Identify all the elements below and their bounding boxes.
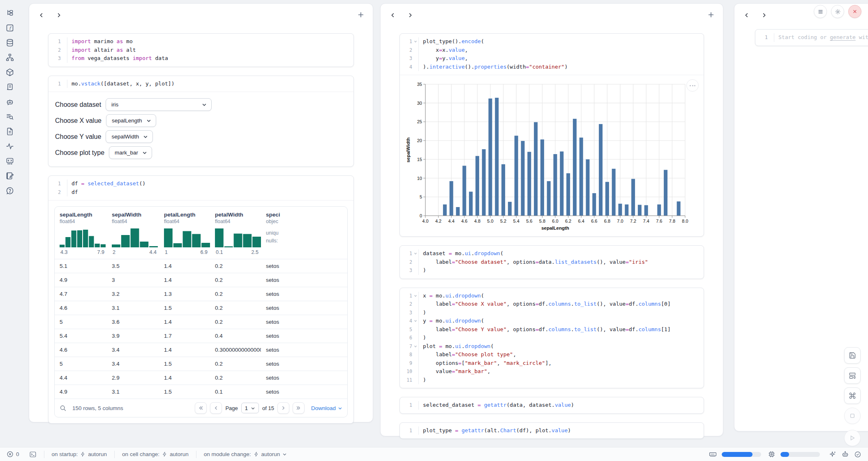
fold-chevron-icon[interactable] [412,342,418,351]
code-editor[interactable]: 1dataset = mo.ui.dropdown(2 label="Choos… [400,246,704,279]
dropdown-select[interactable]: iris [106,98,212,111]
help-circle-icon[interactable] [6,187,14,195]
code-editor[interactable]: 1plot_type = getattr(alt.Chart(df), plot… [400,423,704,439]
chevron-down-icon [146,118,151,123]
page-select[interactable]: 1 [241,403,259,413]
network-icon[interactable] [6,53,14,62]
table-column-header[interactable]: speciobjecuniqunulls: [261,207,347,259]
panel-forward-button[interactable] [407,12,413,18]
code-editor[interactable]: 1 Start coding or generate with [755,30,868,46]
line-number: 3 [400,309,412,317]
panel-back-button[interactable] [390,12,396,18]
fold-chevron-icon[interactable] [412,292,418,300]
stop-button[interactable] [844,408,861,424]
code-line: 2 x=x.value, [400,46,704,55]
code-line: 7plot = mo.ui.dropdown( [400,342,704,351]
panel-forward-button[interactable] [761,12,767,18]
panel-forward-button[interactable] [55,12,62,18]
code-editor[interactable]: 1selected_dataset = getattr(data, datase… [400,397,704,413]
fold-spacer [412,367,418,376]
on-cell-change-setting[interactable]: on cell change: autorun [122,451,189,457]
table-cell: setos [261,305,347,311]
layout-button[interactable] [844,367,861,384]
code-editor[interactable]: 1mo.vstack([dataset, x, y, plot]) [48,76,353,92]
chat-assistant-button[interactable] [841,450,849,458]
menu-button[interactable] [814,5,827,18]
dropdown-select[interactable]: mark_bar [109,146,152,159]
svg-text:0: 0 [420,213,422,218]
settings-gear-button[interactable] [831,5,844,18]
table-column-header[interactable]: petalWidthfloat640.12.5 [210,207,261,259]
fold-chevron-icon[interactable] [412,37,418,46]
dropdown-select[interactable]: sepalWidth [106,130,153,143]
fold-spacer [412,376,418,385]
package-icon[interactable] [6,68,14,76]
on-startup-setting[interactable]: on startup: autorun [52,451,107,457]
dropdown-value: iris [111,101,118,108]
table-cell: 4.6 [55,305,107,311]
dropdown-select[interactable]: sepalLength [106,114,156,127]
fold-chevron-icon[interactable] [412,317,418,325]
notebook-column-left: 1import marimo as mo2import altair as al… [29,3,373,422]
file-tree-icon[interactable] [6,9,14,17]
activity-icon[interactable] [6,142,14,150]
code-line: 2df [48,188,353,197]
document-icon[interactable] [6,127,14,136]
first-page-button[interactable] [195,402,207,414]
table-row: 4.931.40.2setos [55,273,347,287]
bolt-icon [80,452,85,457]
code-editor[interactable]: 1plot_type().encode(2 x=x.value,3 y=y.va… [400,34,704,75]
connection-status-icon[interactable] [854,451,861,458]
fold-chevron-icon[interactable] [412,249,418,258]
column-histogram [215,228,261,247]
code-editor[interactable]: 1df = selected_dataset()2df [48,176,353,200]
command-palette-button[interactable] [844,387,861,404]
cell-xy-dropdowns: 1x = mo.ui.dropdown(2 label="Choose X va… [399,288,704,389]
terminal-button[interactable] [29,451,37,458]
shutdown-button[interactable] [848,5,861,18]
function-square-icon[interactable]: f [6,24,14,32]
run-button[interactable] [844,430,861,446]
panel-back-button[interactable] [743,12,750,18]
ai-sparkles-button[interactable] [829,451,836,458]
add-cell-button[interactable] [357,11,365,18]
dropdown-value: sepalWidth [111,134,139,140]
cell-dataframe: 1df = selected_dataset()2df sepalLengthf… [48,175,354,424]
code-editor[interactable]: 1x = mo.ui.dropdown(2 label="Choose X va… [400,288,704,388]
prev-page-button[interactable] [210,402,222,414]
table-column-header[interactable]: sepalLengthfloat644.37.9 [55,207,107,259]
last-page-button[interactable] [293,402,305,414]
add-cell-button[interactable] [707,11,715,18]
table-cell: setos [261,291,347,297]
ram-usage-bar [722,452,761,457]
table-cell: 3.2 [107,291,159,297]
download-button[interactable]: Download [311,405,342,411]
table-column-header[interactable]: sepalWidthfloat6424.4 [107,207,159,259]
scroll-icon[interactable] [6,83,14,91]
chart-menu-button[interactable] [686,79,699,92]
panel-back-button[interactable] [38,12,45,18]
altair-bar-chart[interactable]: 4.04.24.44.64.85.05.25.45.65.86.06.26.46… [405,78,704,234]
code-block-icon[interactable] [6,157,14,165]
generate-link[interactable]: generate [830,34,856,40]
code-editor[interactable]: 1import marimo as mo2import altair as al… [48,34,353,67]
on-module-change-setting[interactable]: on module change: autorun [204,451,287,457]
table-cell: 4.6 [55,347,107,353]
notebook-pen-icon[interactable] [6,172,14,180]
list-search-icon[interactable] [6,113,14,121]
table-cell: 1.3 [159,291,210,297]
save-button[interactable] [844,347,861,364]
fold-spacer [61,54,67,63]
next-page-button[interactable] [277,402,289,414]
line-number: 5 [400,325,412,334]
line-number: 1 [48,37,61,46]
table-search-icon[interactable] [60,405,67,412]
database-icon[interactable] [6,39,14,47]
svg-text:7.4: 7.4 [643,219,649,224]
svg-text:5.2: 5.2 [500,219,506,224]
table-column-header[interactable]: petalLengthfloat6416.9 [159,207,210,259]
error-indicator[interactable]: 0 [7,451,19,458]
dropdown-label: Choose plot type [55,149,104,157]
table-cell: 2.9 [107,375,159,381]
chat-bot-icon[interactable] [6,98,14,106]
